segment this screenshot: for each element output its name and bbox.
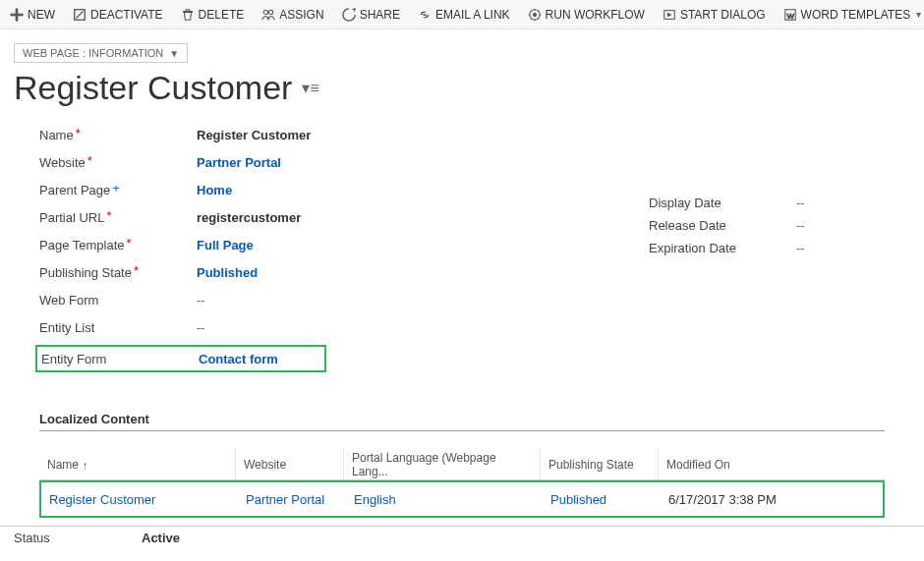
share-label: SHARE bbox=[360, 8, 400, 22]
word-templates-label: WORD TEMPLATES bbox=[801, 8, 911, 22]
row-website[interactable]: Partner Portal bbox=[238, 492, 346, 507]
release-date-value[interactable]: -- bbox=[796, 218, 805, 233]
start-dialog-label: START DIALOG bbox=[680, 8, 766, 22]
expiration-date-value[interactable]: -- bbox=[796, 241, 805, 255]
svg-point-2 bbox=[263, 10, 267, 14]
partial-url-label: Partial URL* bbox=[39, 210, 197, 225]
grid-header-modified[interactable]: Modified On bbox=[659, 449, 806, 479]
entity-list-value[interactable]: -- bbox=[197, 320, 205, 335]
run-workflow-label: RUN WORKFLOW bbox=[546, 8, 645, 22]
delete-label: DELETE bbox=[199, 8, 245, 22]
localized-content-grid-highlight: Register Customer Partner Portal English… bbox=[39, 480, 885, 518]
assign-icon bbox=[261, 8, 275, 22]
entity-list-label: Entity List bbox=[39, 320, 197, 335]
svg-text:W: W bbox=[786, 11, 794, 20]
page-template-value[interactable]: Full Page bbox=[197, 238, 254, 252]
chevron-down-icon: ▾ bbox=[916, 9, 921, 20]
localized-content-section-title: Localized Content bbox=[39, 412, 910, 426]
row-language[interactable]: English bbox=[346, 492, 543, 507]
status-label: Status bbox=[14, 531, 142, 545]
svg-point-3 bbox=[269, 10, 273, 14]
page-template-label: Page Template* bbox=[39, 238, 197, 252]
expiration-date-label: Expiration Date bbox=[649, 241, 796, 255]
form-content: WEB PAGE : INFORMATION ▼ Register Custom… bbox=[0, 29, 924, 518]
new-label: NEW bbox=[28, 8, 55, 22]
section-divider bbox=[39, 430, 885, 431]
email-link-button[interactable]: EMAIL A LINK bbox=[418, 8, 510, 22]
grid-header-name[interactable]: Name↑ bbox=[39, 449, 236, 479]
page-title-row: Register Customer ▾≡ bbox=[14, 69, 910, 107]
table-row[interactable]: Register Customer Partner Portal English… bbox=[41, 482, 883, 516]
command-bar: NEW DEACTIVATE DELETE ASSIGN SHARE EMAIL… bbox=[0, 0, 924, 29]
new-button[interactable]: NEW bbox=[10, 8, 55, 22]
grid-header: Name↑ Website Portal Language (Webpage L… bbox=[39, 449, 885, 480]
workflow-icon bbox=[528, 8, 542, 22]
deactivate-label: DEACTIVATE bbox=[90, 8, 163, 22]
assign-label: ASSIGN bbox=[279, 8, 323, 22]
grid-header-language[interactable]: Portal Language (Webpage Lang... bbox=[344, 449, 541, 479]
deactivate-icon bbox=[73, 8, 87, 22]
trash-icon bbox=[181, 8, 195, 22]
parent-page-label: Parent Page+ bbox=[39, 183, 197, 197]
sort-asc-icon: ↑ bbox=[83, 459, 88, 471]
entity-form-highlight: Entity Form Contact form bbox=[35, 345, 326, 372]
form-selector-label: WEB PAGE : INFORMATION bbox=[23, 47, 163, 59]
grid-header-state[interactable]: Publishing State bbox=[541, 449, 659, 479]
page-title: Register Customer bbox=[14, 69, 292, 107]
fields-right-column: Display Date -- Release Date -- Expirati… bbox=[649, 196, 904, 372]
delete-button[interactable]: DELETE bbox=[181, 8, 245, 22]
title-menu-icon[interactable]: ▾≡ bbox=[302, 79, 318, 97]
website-label: Website* bbox=[39, 155, 197, 170]
display-date-label: Display Date bbox=[649, 196, 796, 210]
grid-header-website[interactable]: Website bbox=[236, 449, 344, 479]
name-value[interactable]: Register Customer bbox=[197, 128, 311, 142]
word-templates-button[interactable]: W WORD TEMPLATES ▾ bbox=[783, 8, 922, 22]
row-modified: 6/17/2017 3:38 PM bbox=[661, 492, 808, 507]
entity-form-value[interactable]: Contact form bbox=[199, 352, 278, 366]
name-label: Name* bbox=[39, 128, 197, 142]
start-dialog-button[interactable]: START DIALOG bbox=[663, 8, 766, 22]
form-selector[interactable]: WEB PAGE : INFORMATION ▼ bbox=[14, 43, 188, 63]
row-state[interactable]: Published bbox=[543, 492, 661, 507]
release-date-label: Release Date bbox=[649, 218, 796, 233]
partial-url-value[interactable]: registercustomer bbox=[197, 210, 301, 225]
share-icon bbox=[342, 8, 356, 22]
dialog-icon bbox=[663, 8, 676, 22]
website-value[interactable]: Partner Portal bbox=[197, 155, 281, 170]
email-link-label: EMAIL A LINK bbox=[435, 8, 510, 22]
publishing-state-value[interactable]: Published bbox=[197, 265, 258, 280]
deactivate-button[interactable]: DEACTIVATE bbox=[73, 8, 163, 22]
status-bar: Status Active bbox=[0, 526, 924, 549]
row-name[interactable]: Register Customer bbox=[41, 492, 238, 507]
entity-form-label: Entity Form bbox=[41, 352, 199, 366]
assign-button[interactable]: ASSIGN bbox=[261, 8, 323, 22]
svg-line-1 bbox=[77, 11, 84, 18]
parent-page-value[interactable]: Home bbox=[197, 183, 232, 197]
link-icon bbox=[418, 8, 432, 22]
plus-icon bbox=[10, 8, 24, 22]
display-date-value[interactable]: -- bbox=[796, 196, 805, 210]
publishing-state-label: Publishing State* bbox=[39, 265, 197, 280]
share-button[interactable]: SHARE bbox=[342, 8, 400, 22]
web-form-label: Web Form bbox=[39, 293, 197, 308]
fields-left-column: Name* Register Customer Website* Partner… bbox=[39, 125, 649, 372]
run-workflow-button[interactable]: RUN WORKFLOW bbox=[528, 8, 645, 22]
chevron-down-icon: ▼ bbox=[169, 48, 179, 59]
status-value[interactable]: Active bbox=[142, 531, 180, 545]
word-icon: W bbox=[783, 8, 797, 22]
web-form-value[interactable]: -- bbox=[197, 293, 205, 308]
svg-point-5 bbox=[533, 13, 537, 17]
